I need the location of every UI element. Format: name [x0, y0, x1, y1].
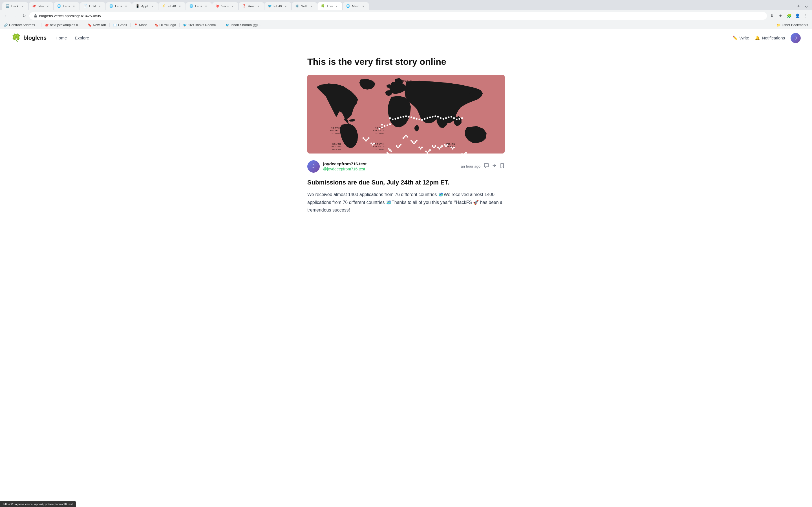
- pencil-icon: ✏️: [732, 36, 738, 41]
- tab-jds[interactable]: 🐙 Jds- ×: [29, 2, 54, 10]
- tab-mirro[interactable]: 🌐 Mirro ×: [343, 2, 369, 10]
- svg-point-40: [451, 116, 452, 117]
- svg-text:PACIFIC: PACIFIC: [332, 145, 342, 148]
- site-logo[interactable]: 🍀 bloglens: [11, 33, 47, 43]
- svg-point-89: [440, 147, 442, 148]
- tab-close-eth2[interactable]: ×: [283, 4, 288, 8]
- bookmark-ishan[interactable]: 🐦Ishan Sharma (@I...: [224, 22, 263, 28]
- folder-icon: 📁: [776, 23, 781, 27]
- nav-home[interactable]: Home: [56, 36, 67, 40]
- tab-close-setti[interactable]: ×: [309, 4, 313, 8]
- nav-explore[interactable]: Explore: [75, 36, 89, 40]
- author-name[interactable]: joydeeepfrom716.test: [323, 161, 366, 166]
- svg-text:NORTH: NORTH: [331, 127, 340, 129]
- svg-point-57: [372, 144, 373, 146]
- post-time: an hour ago: [461, 164, 480, 168]
- tab-eth2[interactable]: 🐦 ETH0 ×: [264, 2, 291, 10]
- site-nav: Home Explore: [56, 36, 89, 40]
- svg-point-74: [413, 143, 415, 144]
- bookmark-icon[interactable]: [500, 163, 505, 170]
- download-icon[interactable]: ⬇: [768, 12, 776, 20]
- bookmark-gmail[interactable]: ✉️Gmail: [111, 22, 129, 28]
- tab-close-appli[interactable]: ×: [150, 4, 154, 8]
- tab-close-jds[interactable]: ×: [45, 4, 50, 8]
- user-avatar[interactable]: J: [791, 33, 801, 43]
- svg-text:OCEAN: OCEAN: [375, 132, 384, 135]
- bookmark-maps[interactable]: 📍Maps: [132, 22, 149, 28]
- tab-title-appli: Appli: [141, 4, 149, 8]
- extension-puzzle-icon[interactable]: 🧩: [785, 12, 793, 20]
- bookmark-separator: [222, 23, 222, 27]
- svg-rect-0: [35, 15, 37, 17]
- profile-icon[interactable]: 👤: [794, 12, 801, 20]
- tab-close-how[interactable]: ×: [256, 4, 260, 8]
- bookmark-nextjs[interactable]: 🐙next.js/examples a...: [43, 22, 82, 28]
- address-bar[interactable]: bloglens.vercel.app/blog/0x3425-0x05: [29, 12, 767, 20]
- svg-point-50: [378, 128, 380, 129]
- other-bookmarks[interactable]: 📁 Other Bookmarks: [775, 22, 810, 28]
- forward-button[interactable]: →: [11, 12, 19, 20]
- tab-close-this[interactable]: ×: [335, 4, 339, 8]
- tab-favicon-untit: 📄: [84, 4, 87, 8]
- bookmark-contract[interactable]: 🔗Contract Address...: [2, 22, 40, 28]
- post-meta-right: an hour ago: [461, 163, 505, 170]
- tab-setti[interactable]: ⚙️ Setti ×: [292, 2, 317, 10]
- notifications-button[interactable]: 🔔 Notifications: [755, 36, 785, 41]
- bookmark-separator: [84, 23, 84, 27]
- svg-point-43: [458, 118, 460, 120]
- tab-close-lens2[interactable]: ×: [124, 4, 128, 8]
- menu-icon[interactable]: ⋮: [802, 12, 810, 20]
- tab-close-back[interactable]: ×: [20, 4, 25, 8]
- tab-close-untit[interactable]: ×: [98, 4, 102, 8]
- tab-eth1[interactable]: ⚡ ETH0 ×: [158, 2, 185, 10]
- svg-point-49: [381, 126, 383, 128]
- reload-button[interactable]: ↻: [20, 12, 28, 20]
- author-avatar[interactable]: J: [307, 160, 320, 173]
- tab-back[interactable]: 🔙 Back ×: [2, 2, 28, 10]
- tab-lens1[interactable]: 🌐 Lens ×: [54, 2, 80, 10]
- svg-text:OCEAN: OCEAN: [331, 132, 340, 135]
- svg-point-17: [389, 117, 391, 119]
- tab-close-secu[interactable]: ×: [231, 4, 235, 8]
- svg-point-55: [368, 137, 370, 139]
- bookmark-books[interactable]: 🐦169 Books Recom...: [181, 22, 220, 28]
- svg-point-67: [400, 144, 402, 146]
- comment-icon[interactable]: [484, 163, 489, 170]
- author-avatar-image: J: [307, 160, 320, 173]
- tab-lens2[interactable]: 🌐 Lens ×: [106, 2, 132, 10]
- svg-point-28: [418, 119, 420, 120]
- tab-this[interactable]: 🍀 This ×: [317, 2, 342, 10]
- svg-point-81: [426, 152, 428, 154]
- tab-close-lens3[interactable]: ×: [204, 4, 208, 8]
- tab-secu[interactable]: 🐙 Secu ×: [212, 2, 238, 10]
- world-map-svg: ARCTIC: [307, 75, 505, 154]
- svg-point-61: [391, 151, 392, 152]
- bookmark-separator: [41, 23, 42, 27]
- bookmark-dfyn[interactable]: 🔖DFYN logo: [153, 22, 178, 28]
- tab-favicon-lens2: 🌐: [109, 4, 113, 8]
- svg-point-64: [396, 145, 398, 147]
- tab-title-secu: Secu: [221, 4, 229, 8]
- svg-point-39: [448, 116, 450, 118]
- svg-point-94: [451, 147, 452, 148]
- tab-close-mirro[interactable]: ×: [361, 4, 365, 8]
- write-button[interactable]: ✏️ Write: [732, 36, 749, 41]
- svg-point-90: [441, 145, 443, 147]
- new-tab-button[interactable]: +: [795, 2, 802, 10]
- back-button[interactable]: ←: [2, 12, 10, 20]
- svg-point-35: [437, 116, 439, 117]
- tab-appli[interactable]: 📱 Appli ×: [132, 2, 158, 10]
- tab-lens3[interactable]: 🌐 Lens ×: [186, 2, 212, 10]
- tab-overflow-button[interactable]: [803, 3, 810, 10]
- tab-close-lens1[interactable]: ×: [71, 4, 76, 8]
- tab-untit[interactable]: 📄 Untit ×: [80, 2, 105, 10]
- tab-how[interactable]: ❓ How ×: [239, 2, 264, 10]
- author-handle[interactable]: @joydeeepfrom716.test: [323, 167, 366, 171]
- share-icon[interactable]: [492, 163, 497, 170]
- post-subtitle: Submissions are due Sun, July 24th at 12…: [307, 178, 505, 187]
- tab-close-eth1[interactable]: ×: [177, 4, 182, 8]
- bookmark-newtab[interactable]: 🔖New Tab: [86, 22, 107, 28]
- bookmark-page-icon[interactable]: ★: [776, 12, 784, 20]
- tab-title-lens1: Lens: [63, 4, 70, 8]
- svg-point-22: [403, 116, 404, 117]
